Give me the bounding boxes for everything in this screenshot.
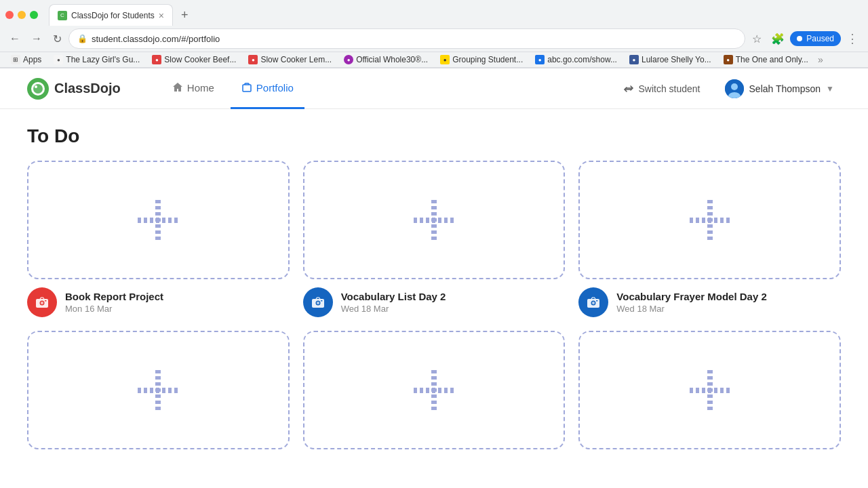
- tab-favicon: C: [58, 11, 67, 20]
- bookmark-the-one[interactable]: ● The One and Only...: [718, 54, 814, 66]
- svg-rect-4: [243, 85, 251, 92]
- upload-plus-icon-6: [690, 370, 730, 411]
- paused-indicator[interactable]: Paused: [790, 31, 841, 46]
- logo-text: ClassDojo: [54, 81, 121, 96]
- bookmark-abc-label: abc.go.com/show...: [547, 55, 617, 64]
- card-preview-vocab-frayer[interactable]: [578, 161, 841, 279]
- address-bar-row: ← → ↻ 🔒 student.classdojo.com/#/portfoli…: [0, 26, 868, 52]
- nav-home[interactable]: Home: [161, 68, 225, 109]
- lularoe-favicon: ●: [629, 55, 639, 64]
- svg-point-14: [317, 302, 319, 304]
- upload-plus-icon-3: [690, 200, 730, 241]
- upload-plus-icon-2: [414, 200, 454, 241]
- nav-portfolio[interactable]: Portfolio: [231, 68, 304, 109]
- main-nav: Home Portfolio: [161, 68, 617, 109]
- paused-label: Paused: [806, 34, 834, 43]
- card-info-vocab-frayer: Vocabulary Frayer Model Day 2 Wed 18 Mar: [578, 287, 841, 317]
- assignment-grid: Book Report Project Mon 16 Mar: [27, 161, 841, 458]
- switch-student-label: Switch student: [638, 83, 700, 94]
- svg-point-2: [33, 84, 43, 94]
- bookmark-slow-cooker-beef-label: Slow Cooker Beef...: [164, 55, 236, 64]
- lazy-girl-favicon: ●: [54, 55, 63, 64]
- card-icon-vocab-list: [303, 287, 333, 317]
- assignment-card-book-report[interactable]: Book Report Project Mon 16 Mar: [27, 161, 290, 317]
- bookmark-lazy-girl[interactable]: ● The Lazy Girl's Gu...: [48, 54, 145, 66]
- browser-menu-button[interactable]: ⋮: [842, 30, 863, 47]
- card-info-book-report: Book Report Project Mon 16 Mar: [27, 287, 290, 317]
- card-date-book-report: Mon 16 Mar: [65, 304, 163, 314]
- camera-icon-1: [35, 295, 50, 310]
- svg-point-10: [41, 302, 43, 304]
- reload-button[interactable]: ↻: [49, 30, 66, 48]
- address-text: student.classdojo.com/#/portfolio: [92, 34, 220, 44]
- card-title-vocab-list: Vocabulary List Day 2: [341, 291, 446, 302]
- card-text-vocab-list: Vocabulary List Day 2 Wed 18 Mar: [341, 291, 446, 314]
- switch-student-icon: [623, 83, 634, 94]
- student-name-button[interactable]: Selah Thompson ▼: [718, 75, 841, 102]
- bookmark-whole30[interactable]: ● Official Whole30®...: [338, 54, 433, 66]
- bookmark-button[interactable]: ☆: [748, 30, 766, 48]
- assignment-card-5[interactable]: [303, 331, 566, 458]
- card-preview-book-report[interactable]: [27, 161, 290, 279]
- apps-favicon: ⊞: [11, 55, 20, 64]
- bookmark-lazy-girl-label: The Lazy Girl's Gu...: [66, 55, 140, 64]
- assignment-card-vocab-list[interactable]: Vocabulary List Day 2 Wed 18 Mar: [303, 161, 566, 317]
- back-button[interactable]: ←: [5, 30, 24, 47]
- card-preview-5[interactable]: [303, 331, 566, 449]
- bookmark-lularoe-label: Lularoe Shelly Yo...: [642, 55, 711, 64]
- grouping-favicon: ●: [440, 55, 450, 64]
- app-header: ClassDojo Home Portfolio Switch student: [0, 68, 868, 109]
- section-title: To Do: [27, 125, 841, 147]
- classdojo-logo[interactable]: ClassDojo: [27, 78, 121, 100]
- assignment-card-6[interactable]: [578, 331, 841, 458]
- bookmarks-more-button[interactable]: »: [818, 54, 823, 65]
- bookmark-slow-cooker-beef[interactable]: ● Slow Cooker Beef...: [146, 54, 241, 66]
- svg-rect-19: [596, 300, 598, 302]
- student-avatar: [725, 79, 744, 98]
- switch-student-button[interactable]: Switch student: [616, 79, 707, 98]
- minimize-window-button[interactable]: [18, 11, 26, 19]
- card-info-vocab-list: Vocabulary List Day 2 Wed 18 Mar: [303, 287, 566, 317]
- card-text-vocab-frayer: Vocabulary Frayer Model Day 2 Wed 18 Mar: [616, 291, 766, 314]
- card-preview-4[interactable]: [27, 331, 290, 449]
- tab-title: ClassDojo for Students: [71, 11, 155, 20]
- bookmark-apps[interactable]: ⊞ Apps: [5, 54, 47, 66]
- the-one-favicon: ●: [724, 55, 733, 64]
- assignment-card-vocab-frayer[interactable]: Vocabulary Frayer Model Day 2 Wed 18 Mar: [578, 161, 841, 317]
- address-bar[interactable]: 🔒 student.classdojo.com/#/portfolio: [68, 28, 745, 49]
- active-tab[interactable]: C ClassDojo for Students ×: [49, 4, 173, 26]
- tab-bar: C ClassDojo for Students × +: [43, 4, 199, 26]
- close-window-button[interactable]: [5, 11, 14, 19]
- title-bar: C ClassDojo for Students × +: [0, 0, 868, 26]
- logo-icon: [27, 78, 49, 100]
- bookmark-lularoe[interactable]: ● Lularoe Shelly Yo...: [624, 54, 717, 66]
- card-preview-6[interactable]: [578, 331, 841, 449]
- upload-plus-icon-5: [414, 370, 454, 411]
- bookmark-abc[interactable]: ● abc.go.com/show...: [530, 54, 623, 66]
- card-date-vocab-frayer: Wed 18 Mar: [616, 304, 766, 314]
- bookmark-grouping[interactable]: ● Grouping Student...: [435, 54, 528, 66]
- new-tab-button[interactable]: +: [176, 5, 194, 25]
- abc-favicon: ●: [535, 55, 545, 64]
- card-icon-vocab-frayer: [578, 287, 608, 317]
- card-preview-vocab-list[interactable]: [303, 161, 566, 279]
- forward-button[interactable]: →: [27, 30, 46, 47]
- bookmark-whole30-label: Official Whole30®...: [356, 55, 428, 64]
- toolbar-actions: ☆ 🧩 Paused ⋮: [748, 30, 863, 48]
- assignment-card-4[interactable]: [27, 331, 290, 458]
- svg-point-18: [592, 302, 595, 304]
- lock-icon: 🔒: [77, 34, 87, 43]
- paused-dot: [797, 36, 802, 41]
- bookmark-slow-cooker-lem[interactable]: ● Slow Cooker Lem...: [243, 54, 337, 66]
- extensions-button[interactable]: 🧩: [767, 30, 789, 48]
- upload-plus-icon-4: [138, 370, 178, 411]
- tab-close-button[interactable]: ×: [159, 10, 164, 21]
- card-icon-book-report: [27, 287, 57, 317]
- svg-point-6: [731, 83, 738, 90]
- slow-cooker-lem-favicon: ●: [248, 55, 258, 64]
- maximize-window-button[interactable]: [30, 11, 38, 19]
- svg-point-3: [35, 85, 37, 88]
- bookmark-slow-cooker-lem-label: Slow Cooker Lem...: [260, 55, 332, 64]
- home-icon: [172, 82, 183, 93]
- browser-chrome: C ClassDojo for Students × + ← → ↻ 🔒 stu…: [0, 0, 868, 68]
